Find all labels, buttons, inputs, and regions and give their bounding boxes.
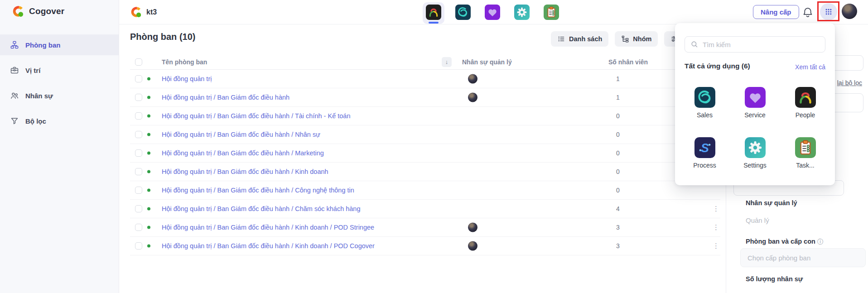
sidebar-item-briefcase[interactable]: Vị trí [0,60,119,81]
task-app-icon [795,137,816,158]
sort-button[interactable]: ↓ [442,57,452,67]
app-tile-label: People [796,111,815,119]
manager-filter-label: Nhân sự quản lý [746,199,797,207]
sidebar-item-org-chart[interactable]: Phòng ban [0,34,119,55]
table-header: Tên phòng ban ↓ Nhân sự quản lý Số nhân … [130,54,720,70]
table-row: Hội đồng quản trị / Ban Giám đốc điều hà… [130,125,720,144]
app-tile-task[interactable]: Task... [780,137,830,169]
row-checkbox[interactable] [135,94,142,101]
people-app-icon [795,87,816,108]
department-name-link[interactable]: Hội đồng quản trị / Ban Giám đốc điều hà… [162,94,289,101]
row-checkbox[interactable] [135,168,142,175]
topbar-app-task[interactable] [544,5,559,20]
status-dot [147,96,150,99]
app-tile-label: Process [693,162,716,169]
row-menu-button[interactable]: ⋮ [711,223,722,231]
table-row: Hội đồng quản trị / Ban Giám đốc điều hà… [130,107,720,125]
app-tile-label: Sales [697,111,713,119]
active-app-indicator [429,22,439,24]
sidebar-item-label: Phòng ban [25,41,61,49]
row-checkbox[interactable] [135,242,142,250]
apps-popover: Tất cả ứng dụng (6) Xem tất cả SalesServ… [675,23,835,185]
apps-search-input[interactable] [703,41,820,48]
department-name-link[interactable]: Hội đồng quản trị / Ban Giám đốc điều hà… [162,149,324,157]
column-header-name: Tên phòng ban [162,58,207,66]
app-tile-sales[interactable]: Sales [680,87,730,119]
topbar-app-people[interactable] [426,5,441,20]
apps-search[interactable] [685,36,825,53]
upgrade-button[interactable]: Nâng cấp [753,5,799,19]
service-app-icon [745,87,766,108]
toolbar-button-group[interactable]: Nhóm [615,31,658,47]
row-checkbox[interactable] [135,131,142,138]
brand-logo: Cogover [12,5,64,18]
row-menu-button[interactable]: ⋮ [711,205,722,213]
department-name-link[interactable]: Hội đồng quản trị / Ban Giám đốc điều hà… [162,112,350,120]
employee-count: 1 [616,94,620,101]
app-tile-process[interactable]: SProcess [680,137,730,169]
status-dot [147,133,150,136]
sidebar-nav: Phòng banVị tríNhân sựBộ lọc [0,34,119,136]
app-tile-settings[interactable]: Settings [730,137,780,169]
people-icon [10,91,19,100]
topbar-app-settings[interactable] [514,5,530,20]
sidebar: Cogover Phòng banVị tríNhân sựBộ lọc [0,0,119,293]
topbar-app-switcher [426,5,559,20]
employee-count: 0 [616,149,620,157]
row-menu-button[interactable]: ⋮ [711,242,722,250]
svg-text:S: S [701,141,709,155]
workspace-logo-icon [130,6,142,18]
user-avatar[interactable] [842,4,857,19]
manager-avatar [468,223,477,232]
row-checkbox[interactable] [135,187,142,194]
row-checkbox[interactable] [135,205,142,212]
app-tile-service[interactable]: Service [730,87,780,119]
status-dot [147,189,150,192]
toolbar-button-label: Nhóm [633,35,651,43]
brand-name: Cogover [29,6,64,16]
toolbar-button-label: Danh sách [569,35,602,43]
select-all-checkbox[interactable] [135,58,142,66]
employee-count: 1 [616,75,620,82]
status-dot [147,77,150,81]
app-root: Cogover Phòng banVị tríNhân sựBộ lọc kt3… [0,0,868,293]
sidebar-item-people[interactable]: Nhân sự [0,85,119,106]
sidebar-item-label: Bộ lọc [25,117,46,125]
table-row: Hội đồng quản trị / Ban Giám đốc điều hà… [130,181,720,200]
settings-app-icon [745,137,766,158]
row-checkbox[interactable] [135,149,142,157]
filter-icon [10,116,19,125]
department-name-link[interactable]: Hội đồng quản trị / Ban Giám đốc điều hà… [162,168,328,175]
workspace: kt3 [130,6,157,18]
manager-avatar [468,93,477,102]
toolbar-button-list[interactable]: Danh sách [551,31,608,47]
department-name-link[interactable]: Hội đồng quản trị [162,75,212,82]
reset-filters-link[interactable]: lại bộ lọc [837,79,862,86]
sidebar-item-filter[interactable]: Bộ lọc [0,110,119,131]
app-tile-label: Settings [743,162,767,169]
employee-count: 4 [616,205,620,212]
view-all-link[interactable]: Xem tất cả [795,63,825,71]
app-tile-people[interactable]: People [780,87,830,119]
notifications-bell-icon[interactable] [802,6,814,18]
topbar-app-sales[interactable] [455,5,471,20]
app-launcher-button[interactable] [820,3,837,20]
group-icon [621,35,629,43]
page-title: Phòng ban (10) [130,32,195,42]
column-header-manager: Nhân sự quản lý [462,58,512,66]
dept-level-select[interactable] [740,248,866,267]
department-name-link[interactable]: Hội đồng quản trị / Ban Giám đốc điều hà… [162,224,374,231]
row-checkbox[interactable] [135,224,142,231]
department-name-link[interactable]: Hội đồng quản trị / Ban Giám đốc điều hà… [162,205,361,212]
manager-filter-placeholder[interactable]: Quản lý [746,216,769,224]
row-checkbox[interactable] [135,112,142,120]
table-body: Hội đồng quản trị1Hội đồng quản trị / Ba… [130,70,720,255]
topbar-app-service[interactable] [485,5,500,20]
department-name-link[interactable]: Hội đồng quản trị / Ban Giám đốc điều hà… [162,131,320,138]
department-name-link[interactable]: Hội đồng quản trị / Ban Giám đốc điều hà… [162,242,375,250]
row-checkbox[interactable] [135,75,142,82]
briefcase-icon [10,66,19,75]
sort-down-icon: ↓ [445,58,448,65]
department-name-link[interactable]: Hội đồng quản trị / Ban Giám đốc điều hà… [162,187,354,194]
process-app-icon: S [694,137,715,158]
